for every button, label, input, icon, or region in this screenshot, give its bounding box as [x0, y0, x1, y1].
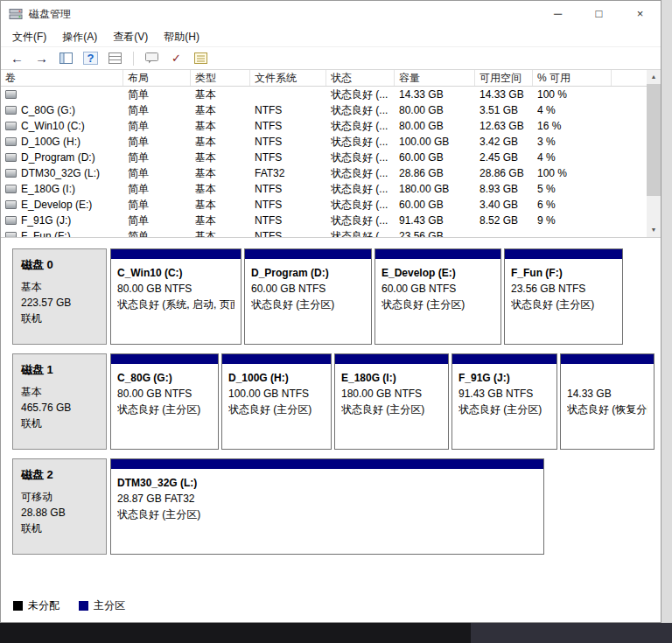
- forward-icon[interactable]: →: [33, 50, 50, 66]
- action-pane-icon[interactable]: [144, 50, 160, 66]
- volume-table-header: 卷 布局 类型 文件系统 状态 容量 可用空间 % 可用: [1, 70, 661, 87]
- volume-cell: F_Fun (F:): [21, 230, 71, 237]
- pct-cell: 100 %: [533, 167, 612, 179]
- table-row[interactable]: C_80G (G:) 简单 基本 NTFS 状态良好 (... 80.00 GB…: [1, 102, 647, 118]
- taskbar[interactable]: [0, 623, 672, 643]
- column-header-fs[interactable]: 文件系统: [250, 70, 326, 86]
- type-cell: 基本: [191, 166, 250, 181]
- pct-cell: 4 %: [533, 151, 612, 164]
- layout-cell: 简单: [123, 229, 191, 238]
- back-icon[interactable]: ←: [9, 50, 25, 66]
- layout-cell: 简单: [123, 87, 191, 102]
- partition-block[interactable]: E_180G (I:) 180.00 GB NTFS 状态良好 (主分区): [334, 353, 449, 450]
- column-header-type[interactable]: 类型: [191, 70, 250, 86]
- type-cell: 基本: [191, 198, 250, 213]
- layout-cell: 简单: [123, 103, 191, 118]
- legend-unallocated-label: 未分配: [28, 598, 60, 613]
- menu-action[interactable]: 操作(A): [54, 30, 105, 45]
- partition-status: 状态良好 (主分区): [117, 402, 212, 417]
- partition-size: 100.00 GB NTFS: [228, 386, 325, 402]
- type-cell: 基本: [191, 87, 250, 102]
- capacity-cell: 100.00 GB: [395, 136, 475, 148]
- table-row[interactable]: D_100G (H:) 简单 基本 NTFS 状态良好 (... 100.00 …: [1, 134, 647, 150]
- pct-cell: 3 %: [533, 136, 612, 148]
- table-row[interactable]: D_Program (D:) 简单 基本 NTFS 状态良好 (... 60.0…: [1, 150, 647, 165]
- partition-size: 80.00 GB NTFS: [117, 281, 234, 297]
- menu-help[interactable]: 帮助(H): [156, 30, 207, 45]
- properties-icon[interactable]: [192, 50, 209, 66]
- partition-block[interactable]: E_Develop (E:) 60.00 GB NTFS 状态良好 (主分区): [374, 248, 501, 345]
- type-cell: 基本: [191, 213, 250, 228]
- partition-status: 状态良好 (主分区): [117, 507, 537, 522]
- drive-icon: [5, 216, 17, 225]
- toolbar: ← → ? ✓: [1, 46, 661, 70]
- partition-name: F_Fun (F:): [511, 265, 616, 281]
- scroll-down-icon[interactable]: ▼: [647, 223, 661, 237]
- table-row[interactable]: E_180G (I:) 简单 基本 NTFS 状态良好 (... 180.00 …: [1, 181, 647, 197]
- free-cell: 3.42 GB: [475, 136, 533, 148]
- column-header-filler: [612, 70, 647, 86]
- status-cell: 状态良好 (...: [326, 213, 395, 228]
- table-row[interactable]: E_Develop (E:) 简单 基本 NTFS 状态良好 (... 60.0…: [1, 197, 647, 213]
- table-row[interactable]: DTM30_32G (L:) 简单 基本 FAT32 状态良好 (... 28.…: [1, 165, 647, 181]
- drive-icon: [5, 122, 17, 130]
- column-header-layout[interactable]: 布局: [123, 70, 191, 86]
- column-header-status[interactable]: 状态: [326, 70, 395, 86]
- partition-name: E_180G (I:): [341, 370, 442, 386]
- check-icon[interactable]: ✓: [168, 50, 185, 66]
- pct-cell: 16 %: [533, 120, 612, 132]
- primary-partition-bar: [375, 249, 500, 259]
- menu-view[interactable]: 查看(V): [105, 30, 156, 45]
- layout-cell: 简单: [123, 166, 191, 181]
- layout-cell: 简单: [123, 135, 191, 150]
- partition-name: F_91G (J:): [458, 370, 550, 386]
- table-row[interactable]: C_Win10 (C:) 简单 基本 NTFS 状态良好 (... 80.00 …: [1, 118, 647, 134]
- disk-row-2: 磁盘 2 可移动 28.88 GB 联机 DTM30_32G (L:) 28.8…: [12, 458, 661, 555]
- maximize-button[interactable]: □: [578, 1, 620, 27]
- unallocated-swatch: [13, 601, 23, 611]
- column-header-free[interactable]: 可用空间: [475, 70, 533, 86]
- table-row[interactable]: F_91G (J:) 简单 基本 NTFS 状态良好 (... 91.43 GB…: [1, 213, 647, 228]
- disk-label-box[interactable]: 磁盘 0 基本 223.57 GB 联机: [12, 248, 107, 345]
- menu-file[interactable]: 文件(F): [4, 30, 54, 45]
- console-tree-icon[interactable]: [58, 50, 74, 66]
- partition-block[interactable]: C_80G (G:) 80.00 GB NTFS 状态良好 (主分区): [110, 353, 219, 450]
- column-header-pct[interactable]: % 可用: [533, 70, 612, 86]
- layout-cell: 简单: [123, 119, 191, 134]
- minimize-button[interactable]: ─: [537, 1, 578, 27]
- layout-cell: 简单: [123, 182, 191, 197]
- disk-label-box[interactable]: 磁盘 1 基本 465.76 GB 联机: [12, 353, 107, 450]
- disk-label-box[interactable]: 磁盘 2 可移动 28.88 GB 联机: [12, 458, 107, 555]
- taskbar-tray-area[interactable]: [471, 623, 672, 643]
- table-row[interactable]: 简单 基本 状态良好 (... 14.33 GB 14.33 GB 100 %: [1, 87, 647, 102]
- type-cell: 基本: [191, 150, 250, 165]
- disk-size: 223.57 GB: [21, 295, 106, 311]
- recovery-partition-block[interactable]: 14.33 GB 状态良好 (恢复分区): [560, 353, 654, 450]
- column-header-volume[interactable]: 卷: [1, 70, 123, 86]
- disk-name: 磁盘 0: [21, 257, 106, 273]
- table-row-clipped[interactable]: F_Fun (F:) 简单 基本 NTFS 状态良好 (... 23.56 GB: [1, 228, 647, 237]
- help-icon[interactable]: ?: [83, 52, 98, 65]
- partition-block[interactable]: F_91G (J:) 91.43 GB NTFS 状态良好 (主分区): [452, 353, 557, 450]
- column-header-capacity[interactable]: 容量: [395, 70, 475, 86]
- partition-status: 状态良好 (主分区): [251, 297, 365, 312]
- disk-kind: 基本: [21, 279, 106, 295]
- partition-block[interactable]: F_Fun (F:) 23.56 GB NTFS 状态良好 (主分区): [504, 248, 623, 345]
- close-button[interactable]: ×: [620, 1, 661, 27]
- partition-block[interactable]: C_Win10 (C:) 80.00 GB NTFS 状态良好 (系统, 启动,…: [110, 248, 242, 345]
- partition-name: DTM30_32G (L:): [117, 475, 537, 491]
- partition-block[interactable]: D_Program (D:) 60.00 GB NTFS 状态良好 (主分区): [244, 248, 372, 345]
- primary-partition-bar: [452, 354, 556, 364]
- layout-cell: 简单: [123, 150, 191, 165]
- export-list-icon[interactable]: [107, 50, 123, 66]
- vertical-scrollbar[interactable]: ▲ ▼: [647, 70, 661, 237]
- partition-strip: C_80G (G:) 80.00 GB NTFS 状态良好 (主分区) D_10…: [110, 353, 654, 450]
- fs-cell: NTFS: [250, 104, 326, 116]
- partition-size: 80.00 GB NTFS: [117, 386, 212, 402]
- scroll-up-icon[interactable]: ▲: [647, 70, 661, 84]
- partition-block[interactable]: DTM30_32G (L:) 28.87 GB FAT32 状态良好 (主分区): [110, 458, 544, 555]
- scrollbar-thumb[interactable]: [647, 84, 661, 196]
- partition-block[interactable]: D_100G (H:) 100.00 GB NTFS 状态良好 (主分区): [221, 353, 332, 450]
- legend: 未分配 主分区: [13, 598, 125, 613]
- primary-partition-bar: [111, 249, 241, 259]
